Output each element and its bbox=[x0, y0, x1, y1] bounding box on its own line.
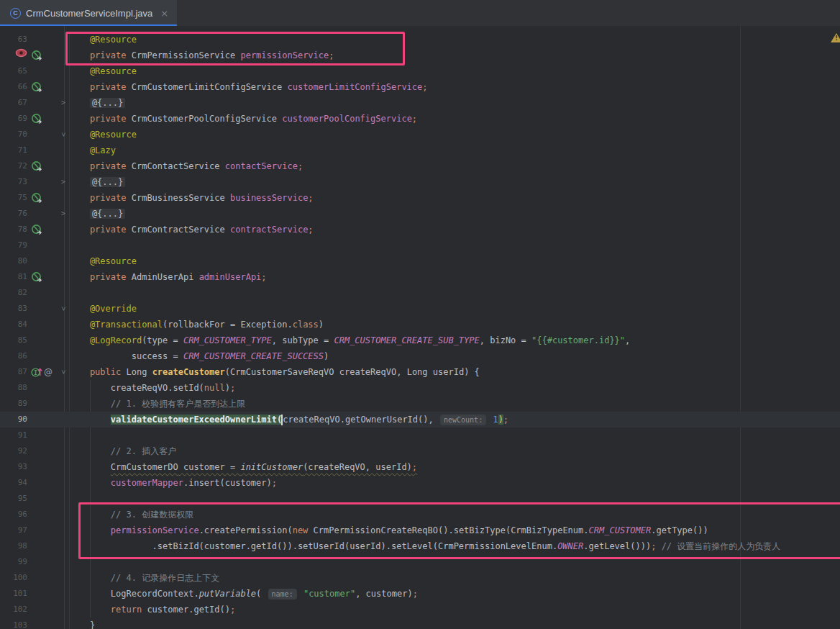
code-line[interactable]: 95 bbox=[0, 491, 840, 507]
spring-bean-icon[interactable] bbox=[31, 81, 42, 93]
gutter[interactable]: 92 bbox=[0, 443, 69, 459]
code-line[interactable]: 102return customer.getId(); bbox=[0, 602, 840, 617]
line-number[interactable]: 101 bbox=[0, 586, 27, 602]
inspection-warning-icon[interactable] bbox=[831, 33, 840, 42]
code-line[interactable]: 78private CrmContractService contractSer… bbox=[0, 222, 840, 237]
gutter[interactable]: 83> bbox=[0, 301, 69, 317]
line-number[interactable]: 79 bbox=[0, 237, 27, 253]
line-number[interactable]: 103 bbox=[0, 617, 27, 629]
code-text[interactable] bbox=[69, 554, 111, 570]
gutter[interactable]: 94 bbox=[0, 475, 69, 491]
code-text[interactable]: private CrmContactService contactService… bbox=[69, 158, 303, 174]
line-number[interactable]: 86 bbox=[0, 348, 27, 364]
gutter[interactable]: 71 bbox=[0, 142, 69, 158]
code-line[interactable]: 89// 1. 校验拥有客户是否到达上限 bbox=[0, 396, 840, 412]
gutter[interactable]: 98 bbox=[0, 538, 69, 554]
fold-icon[interactable]: > bbox=[58, 174, 68, 190]
gutter[interactable]: 76> bbox=[0, 206, 69, 222]
gutter[interactable]: 67> bbox=[0, 95, 69, 111]
code-line[interactable]: 98 .setBizId(customer.getId()).setUserId… bbox=[0, 538, 840, 554]
gutter[interactable]: 101 bbox=[0, 586, 69, 602]
code-text[interactable]: @Lazy bbox=[69, 142, 116, 158]
gutter[interactable]: 73> bbox=[0, 174, 69, 190]
gutter[interactable]: 100 bbox=[0, 570, 69, 586]
code-line[interactable]: 101LogRecordContext.putVariable( name: "… bbox=[0, 586, 840, 602]
code-text[interactable]: @{...} bbox=[69, 206, 125, 222]
line-number[interactable]: 84 bbox=[0, 317, 27, 332]
code-line[interactable]: 75private CrmBusinessService businessSer… bbox=[0, 190, 840, 206]
code-line[interactable]: 85@LogRecord(type = CRM_CUSTOMER_TYPE, s… bbox=[0, 332, 840, 348]
fold-icon[interactable]: > bbox=[58, 301, 68, 317]
code-line[interactable]: 76>@{...} bbox=[0, 206, 840, 222]
line-number[interactable]: 71 bbox=[0, 142, 27, 158]
gutter[interactable]: 87I@> bbox=[0, 364, 69, 380]
code-line[interactable]: 79 bbox=[0, 237, 840, 253]
line-number[interactable]: 92 bbox=[0, 443, 27, 459]
line-number[interactable]: 78 bbox=[0, 222, 27, 237]
line-number[interactable]: 75 bbox=[0, 190, 27, 206]
fold-icon[interactable]: > bbox=[58, 95, 68, 111]
field-watchpoint-icon[interactable] bbox=[0, 47, 27, 63]
line-number[interactable]: 88 bbox=[0, 380, 27, 396]
gutter[interactable]: 75 bbox=[0, 190, 69, 206]
code-text[interactable]: private CrmPermissionService permissionS… bbox=[69, 47, 334, 63]
code-line[interactable]: 71@Lazy bbox=[0, 142, 840, 158]
code-text[interactable] bbox=[69, 285, 90, 301]
gutter[interactable]: 79 bbox=[0, 237, 69, 253]
line-number[interactable]: 93 bbox=[0, 459, 27, 475]
gutter[interactable]: 65 bbox=[0, 63, 69, 79]
gutter[interactable]: 63 bbox=[0, 32, 69, 47]
gutter[interactable]: 95 bbox=[0, 491, 69, 507]
line-number[interactable]: 97 bbox=[0, 522, 27, 538]
code-text[interactable]: @Resource bbox=[69, 127, 137, 142]
spring-bean-icon[interactable] bbox=[31, 50, 42, 61]
code-line[interactable]: 94customerMapper.insert(customer); bbox=[0, 475, 840, 491]
code-line[interactable]: 72private CrmContactService contactServi… bbox=[0, 158, 840, 174]
line-number[interactable]: 99 bbox=[0, 554, 27, 570]
code-line[interactable]: private CrmPermissionService permissionS… bbox=[0, 47, 840, 63]
code-line[interactable]: 66private CrmCustomerLimitConfigService … bbox=[0, 79, 840, 95]
line-number[interactable]: 72 bbox=[0, 158, 27, 174]
gutter[interactable]: 96 bbox=[0, 507, 69, 522]
gutter[interactable]: 72 bbox=[0, 158, 69, 174]
code-line[interactable]: 91 bbox=[0, 427, 840, 443]
code-line[interactable]: 92// 2. 插入客户 bbox=[0, 443, 840, 459]
code-text[interactable]: @LogRecord(type = CRM_CUSTOMER_TYPE, sub… bbox=[69, 332, 630, 348]
code-text[interactable]: private AdminUserApi adminUserApi; bbox=[69, 269, 267, 285]
code-text[interactable]: public Long createCustomer(CrmCustomerSa… bbox=[69, 364, 480, 380]
fold-icon[interactable]: > bbox=[58, 364, 68, 380]
gutter[interactable]: 91 bbox=[0, 427, 69, 443]
spring-bean-icon[interactable] bbox=[31, 160, 42, 172]
code-text[interactable]: @{...} bbox=[69, 95, 125, 111]
code-text[interactable] bbox=[69, 237, 90, 253]
gutter[interactable]: 99 bbox=[0, 554, 69, 570]
line-number[interactable]: 90 bbox=[0, 412, 27, 427]
code-line[interactable]: 90validateCustomerExceedOwnerLimit(creat… bbox=[0, 412, 840, 427]
line-number[interactable]: 81 bbox=[0, 269, 27, 285]
code-line[interactable]: 69private CrmCustomerPoolConfigService c… bbox=[0, 111, 840, 127]
gutter[interactable] bbox=[0, 47, 69, 63]
code-text[interactable]: @{...} bbox=[69, 174, 125, 190]
code-text[interactable]: return customer.getId(); bbox=[69, 602, 235, 617]
line-number[interactable]: 73 bbox=[0, 174, 27, 190]
spring-bean-icon[interactable] bbox=[31, 192, 42, 204]
code-text[interactable]: // 2. 插入客户 bbox=[69, 443, 176, 459]
gutter[interactable]: 69 bbox=[0, 111, 69, 127]
code-line[interactable]: 86 success = CRM_CUSTOMER_CREATE_SUCCESS… bbox=[0, 348, 840, 364]
code-line[interactable]: 96// 3. 创建数据权限 bbox=[0, 507, 840, 522]
code-line[interactable]: 82 bbox=[0, 285, 840, 301]
code-editor[interactable]: 63@Resourceprivate CrmPermissionService … bbox=[0, 26, 840, 629]
line-number[interactable]: 96 bbox=[0, 507, 27, 522]
code-text[interactable]: .setBizId(customer.getId()).setUserId(us… bbox=[69, 538, 780, 554]
line-number[interactable]: 100 bbox=[0, 570, 27, 586]
line-number[interactable]: 87 bbox=[0, 364, 27, 380]
code-line[interactable]: 80@Resource bbox=[0, 253, 840, 269]
code-line[interactable]: 93CrmCustomerDO customer = initCustomer(… bbox=[0, 459, 840, 475]
folded-region[interactable]: @{...} bbox=[90, 209, 125, 219]
gutter[interactable]: 81 bbox=[0, 269, 69, 285]
line-number[interactable]: 94 bbox=[0, 475, 27, 491]
folded-region[interactable]: @{...} bbox=[90, 177, 125, 187]
gutter[interactable]: 86 bbox=[0, 348, 69, 364]
code-text[interactable]: @Resource bbox=[69, 32, 137, 47]
line-number[interactable]: 66 bbox=[0, 79, 27, 95]
